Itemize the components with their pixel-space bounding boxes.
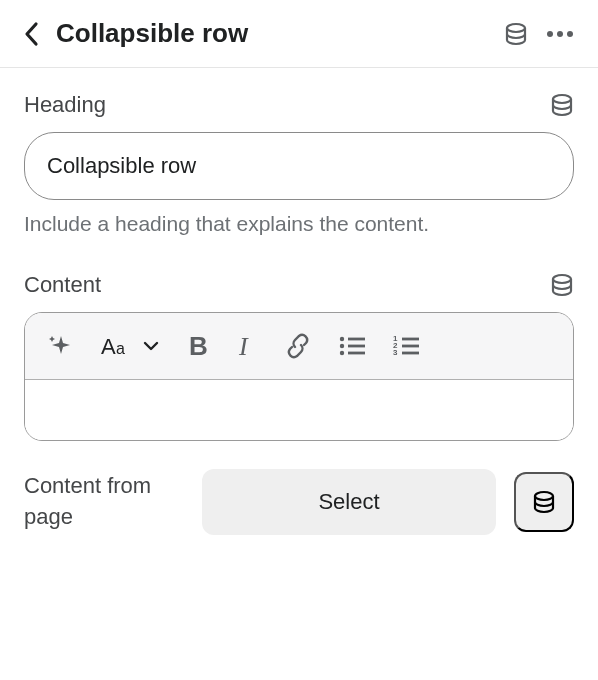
svg-rect-19 [402,345,419,348]
link-button[interactable] [285,333,311,359]
database-icon [504,22,528,46]
richtext-editor: A a B I [24,312,574,441]
chevron-down-icon [143,340,159,352]
svg-point-22 [535,492,553,500]
heading-input[interactable] [24,132,574,200]
bold-icon: B [187,334,209,358]
content-label: Content [24,272,101,298]
select-page-button[interactable]: Select [202,469,496,535]
heading-section: Heading Include a heading that explains … [0,68,598,236]
svg-text:I: I [238,334,249,358]
svg-text:A: A [101,334,116,358]
svg-point-0 [507,24,525,32]
heading-help-text: Include a heading that explains the cont… [24,212,574,236]
page-header: Collapsible row [0,0,598,68]
content-from-page-label: Content from page [24,471,184,533]
list-numbered-icon: 1 2 3 [393,335,419,357]
svg-text:a: a [116,340,125,357]
content-section-header: Content [24,272,574,298]
svg-point-2 [557,31,563,37]
svg-point-12 [340,344,344,348]
content-dynamic-source-button[interactable] [550,273,574,297]
magic-button[interactable] [47,333,73,359]
back-button[interactable] [24,21,40,47]
svg-point-14 [340,351,344,355]
list-bullet-icon [339,335,365,357]
sparkle-icon [47,333,73,359]
dynamic-source-button[interactable] [504,22,528,46]
svg-point-3 [567,31,573,37]
database-icon [550,93,574,117]
italic-button[interactable]: I [237,334,257,358]
svg-text:B: B [189,334,208,358]
bold-button[interactable]: B [187,334,209,358]
svg-point-5 [553,275,571,283]
richtext-body[interactable] [25,380,573,440]
svg-rect-11 [348,338,365,341]
content-from-page-row: Content from page Select [0,441,598,535]
svg-point-1 [547,31,553,37]
richtext-toolbar: A a B I [25,313,573,380]
svg-text:3: 3 [393,348,398,357]
heading-label: Heading [24,92,106,118]
heading-section-header: Heading [24,92,574,118]
page-title: Collapsible row [56,18,488,49]
database-icon [532,490,556,514]
svg-point-4 [553,95,571,103]
header-actions [504,22,574,46]
database-icon [550,273,574,297]
chevron-left-icon [24,21,40,47]
svg-rect-15 [348,352,365,355]
italic-icon: I [237,334,257,358]
link-icon [285,333,311,359]
svg-rect-17 [402,338,419,341]
svg-rect-21 [402,352,419,355]
numbered-list-button[interactable]: 1 2 3 [393,335,419,357]
dots-horizontal-icon [546,30,574,38]
heading-dynamic-source-button[interactable] [550,93,574,117]
more-button[interactable] [546,30,574,38]
text-style-icon: A a [101,334,133,358]
svg-rect-13 [348,345,365,348]
paragraph-style-dropdown[interactable]: A a [101,334,159,358]
bullet-list-button[interactable] [339,335,365,357]
svg-point-10 [340,337,344,341]
content-from-page-dynamic-source-button[interactable] [514,472,574,532]
content-section: Content A a [0,236,598,441]
